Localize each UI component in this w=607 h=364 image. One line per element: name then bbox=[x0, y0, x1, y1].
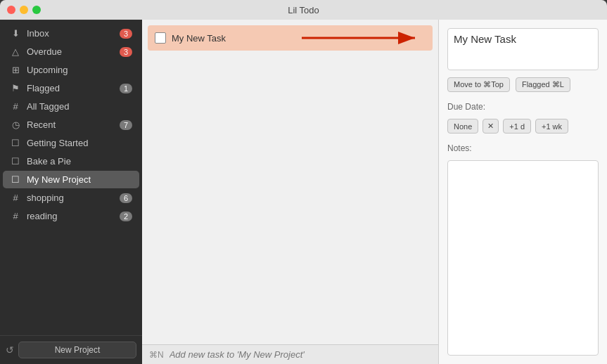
sidebar-label-my-new-project: My New Project bbox=[27, 174, 132, 185]
sidebar-badge-overdue: 3 bbox=[120, 47, 132, 57]
shopping-icon: # bbox=[10, 193, 21, 203]
sidebar-item-upcoming[interactable]: ⊞Upcoming bbox=[3, 61, 139, 79]
notes-textarea[interactable] bbox=[447, 160, 599, 356]
inbox-icon: ⬇ bbox=[10, 28, 21, 39]
clear-date-button[interactable]: ✕ bbox=[483, 119, 499, 134]
task-checkbox[interactable] bbox=[155, 32, 166, 44]
task-name: My New Task bbox=[172, 33, 293, 44]
add-task-bar: ⌘N bbox=[142, 344, 438, 364]
notes-label: Notes: bbox=[447, 143, 599, 153]
arrow-icon bbox=[299, 31, 426, 45]
all-tagged-icon: # bbox=[10, 101, 21, 112]
sidebar-item-getting-started[interactable]: ☐Getting Started bbox=[3, 134, 139, 152]
recent-icon: ◷ bbox=[10, 119, 21, 130]
sidebar-item-reading[interactable]: #reading2 bbox=[3, 207, 139, 225]
plus1d-button[interactable]: +1 d bbox=[503, 119, 531, 134]
detail-panel: My New Task Move to ⌘Top Flagged ⌘L Due … bbox=[438, 20, 607, 364]
new-project-button[interactable]: New Project bbox=[18, 342, 136, 358]
sidebar: ⬇Inbox3△Overdue3⊞Upcoming⚑Flagged1#All T… bbox=[0, 20, 142, 364]
due-date-row: None ✕ +1 d +1 wk bbox=[447, 119, 599, 134]
detail-task-title[interactable]: My New Task bbox=[447, 28, 599, 70]
sidebar-item-shopping[interactable]: #shopping6 bbox=[3, 189, 139, 207]
add-task-input[interactable] bbox=[170, 349, 431, 360]
minimize-button[interactable] bbox=[20, 6, 28, 14]
sidebar-badge-recent: 7 bbox=[120, 120, 132, 130]
app-body: ⬇Inbox3△Overdue3⊞Upcoming⚑Flagged1#All T… bbox=[0, 20, 607, 364]
task-list-area: My New Task bbox=[142, 20, 438, 344]
sidebar-item-all-tagged[interactable]: #All Tagged bbox=[3, 98, 139, 115]
sidebar-label-shopping: shopping bbox=[27, 193, 114, 203]
bake-a-pie-icon: ☐ bbox=[10, 156, 21, 167]
getting-started-icon: ☐ bbox=[10, 138, 21, 148]
maximize-button[interactable] bbox=[32, 6, 41, 14]
sidebar-item-inbox[interactable]: ⬇Inbox3 bbox=[3, 25, 139, 42]
sidebar-item-my-new-project[interactable]: ☐My New Project bbox=[3, 171, 139, 188]
window-controls bbox=[7, 6, 41, 14]
main-content: My New Task ⌘N bbox=[142, 20, 438, 364]
upcoming-icon: ⊞ bbox=[10, 65, 21, 75]
sidebar-label-upcoming: Upcoming bbox=[27, 65, 132, 75]
sidebar-label-flagged: Flagged bbox=[27, 83, 114, 93]
sidebar-label-inbox: Inbox bbox=[27, 28, 114, 39]
titlebar: Lil Todo bbox=[0, 0, 607, 20]
sidebar-badge-reading: 2 bbox=[120, 212, 132, 221]
sidebar-label-all-tagged: All Tagged bbox=[27, 101, 132, 112]
refresh-icon[interactable]: ↺ bbox=[6, 344, 14, 356]
window-title: Lil Todo bbox=[288, 5, 319, 15]
sidebar-label-getting-started: Getting Started bbox=[27, 138, 132, 148]
move-to-top-button[interactable]: Move to ⌘Top bbox=[447, 77, 510, 92]
sidebar-label-reading: reading bbox=[27, 211, 114, 221]
add-task-cmd-hint: ⌘N bbox=[149, 350, 164, 360]
sidebar-label-recent: Recent bbox=[27, 119, 114, 130]
reading-icon: # bbox=[10, 211, 21, 221]
plus1wk-button[interactable]: +1 wk bbox=[535, 119, 568, 134]
detail-actions: Move to ⌘Top Flagged ⌘L bbox=[447, 77, 599, 92]
task-row[interactable]: My New Task bbox=[148, 25, 433, 51]
sidebar-item-recent[interactable]: ◷Recent7 bbox=[3, 116, 139, 134]
flagged-button[interactable]: Flagged ⌘L bbox=[516, 77, 570, 92]
sidebar-item-overdue[interactable]: △Overdue3 bbox=[3, 43, 139, 60]
sidebar-footer: ↺ New Project bbox=[0, 335, 142, 364]
sidebar-item-flagged[interactable]: ⚑Flagged1 bbox=[3, 79, 139, 97]
none-button[interactable]: None bbox=[447, 119, 478, 134]
sidebar-badge-inbox: 3 bbox=[120, 29, 132, 39]
my-new-project-icon: ☐ bbox=[10, 174, 21, 185]
task-arrow bbox=[299, 31, 426, 45]
sidebar-item-bake-a-pie[interactable]: ☐Bake a Pie bbox=[3, 152, 139, 170]
flagged-icon: ⚑ bbox=[10, 83, 21, 93]
sidebar-label-overdue: Overdue bbox=[27, 46, 114, 57]
sidebar-badge-flagged: 1 bbox=[120, 84, 132, 93]
overdue-icon: △ bbox=[10, 46, 21, 57]
sidebar-badge-shopping: 6 bbox=[120, 193, 132, 203]
sidebar-label-bake-a-pie: Bake a Pie bbox=[27, 156, 132, 167]
due-date-label: Due Date: bbox=[447, 102, 599, 112]
close-button[interactable] bbox=[7, 6, 15, 14]
sidebar-list: ⬇Inbox3△Overdue3⊞Upcoming⚑Flagged1#All T… bbox=[0, 20, 142, 335]
